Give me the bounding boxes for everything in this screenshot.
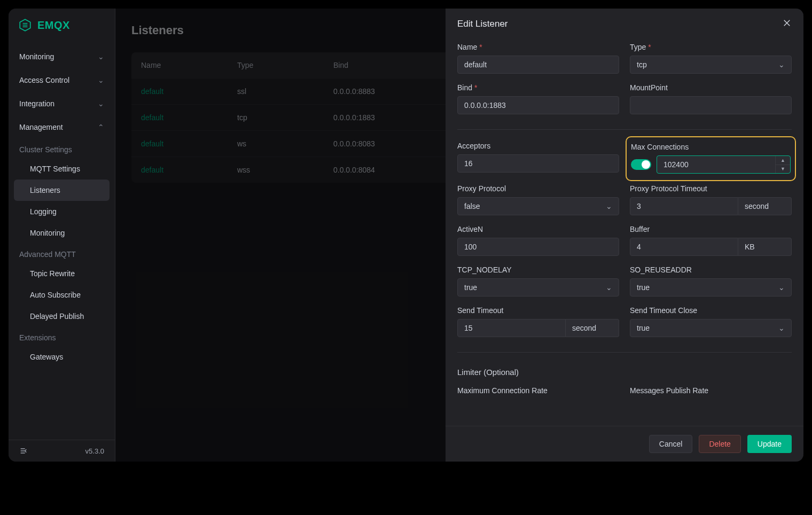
acceptors-input[interactable] bbox=[457, 154, 619, 173]
update-button[interactable]: Update bbox=[747, 435, 792, 453]
delete-button[interactable]: Delete bbox=[699, 435, 740, 453]
msg-publish-rate-label: Messages Publish Rate bbox=[630, 386, 792, 395]
type-label: Type bbox=[630, 43, 792, 51]
chevron-down-icon: ⌄ bbox=[778, 60, 785, 69]
tcp-nodelay-label: TCP_NODELAY bbox=[457, 266, 619, 274]
buffer-label: Buffer bbox=[630, 225, 792, 233]
sidebar: EMQX Monitoring ⌄ Access Control ⌄ Integ… bbox=[9, 9, 115, 462]
sidebar-item-monitoring[interactable]: Monitoring ⌄ bbox=[9, 45, 115, 68]
sidebar-label: Access Control bbox=[19, 76, 69, 84]
version-label: v5.3.0 bbox=[85, 447, 104, 455]
chevron-down-icon: ⌄ bbox=[606, 202, 612, 210]
field-max-connections: Max Connections ▲ ▼ bbox=[626, 136, 796, 181]
sidebar-item-topic-rewrite[interactable]: Topic Rewrite bbox=[9, 263, 115, 284]
send-timeout-close-value: true bbox=[637, 324, 650, 332]
field-tcp-nodelay: TCP_NODELAY true ⌄ bbox=[457, 266, 619, 296]
field-buffer: Buffer KB bbox=[630, 225, 792, 256]
so-reuseaddr-select[interactable]: true ⌄ bbox=[630, 278, 792, 296]
divider bbox=[457, 129, 792, 130]
field-send-timeout: Send Timeout second bbox=[457, 306, 619, 337]
drawer-header: Edit Listener bbox=[446, 9, 803, 40]
field-so-reuseaddr: SO_REUSEADDR true ⌄ bbox=[630, 266, 792, 296]
tcp-nodelay-value: true bbox=[464, 283, 477, 292]
drawer-footer: Cancel Delete Update bbox=[446, 426, 803, 462]
mountpoint-input[interactable] bbox=[630, 96, 792, 114]
proxy-protocol-value: false bbox=[464, 202, 480, 210]
activen-label: ActiveN bbox=[457, 225, 619, 233]
buffer-unit[interactable]: KB bbox=[738, 238, 792, 256]
send-timeout-unit[interactable]: second bbox=[566, 319, 619, 337]
sidebar-section-advanced-mqtt: Advanced MQTT bbox=[9, 244, 115, 263]
sidebar-item-management[interactable]: Management ⌃ bbox=[9, 115, 115, 139]
max-conn-rate-label: Maximum Connection Rate bbox=[457, 386, 619, 395]
activen-input[interactable] bbox=[457, 238, 619, 256]
sidebar-item-gateways[interactable]: Gateways bbox=[9, 346, 115, 368]
buffer-input[interactable] bbox=[630, 238, 738, 256]
close-icon[interactable] bbox=[782, 18, 792, 30]
chevron-down-icon: ⌄ bbox=[98, 99, 104, 108]
spinner-down-icon[interactable]: ▼ bbox=[776, 165, 790, 174]
proxy-timeout-unit[interactable]: second bbox=[738, 197, 792, 215]
chevron-up-icon: ⌃ bbox=[98, 123, 104, 131]
drawer-body: Name Type tcp ⌄ Bind MountPoint Accept bbox=[446, 40, 803, 426]
collapse-sidebar-icon[interactable] bbox=[19, 447, 28, 455]
cancel-button[interactable]: Cancel bbox=[649, 435, 693, 453]
field-activen: ActiveN bbox=[457, 225, 619, 256]
acceptors-label: Acceptors bbox=[457, 142, 619, 150]
logo: EMQX bbox=[9, 9, 115, 40]
sidebar-label: Management bbox=[19, 123, 63, 131]
so-reuseaddr-value: true bbox=[637, 283, 650, 292]
chevron-down-icon: ⌄ bbox=[778, 324, 785, 332]
sidebar-label: Monitoring bbox=[19, 52, 54, 61]
name-label: Name bbox=[457, 43, 619, 51]
field-bind: Bind bbox=[457, 83, 619, 114]
sidebar-footer: v5.3.0 bbox=[9, 440, 115, 462]
chevron-down-icon: ⌄ bbox=[98, 76, 104, 84]
chevron-down-icon: ⌄ bbox=[98, 52, 104, 61]
send-timeout-input[interactable] bbox=[457, 319, 566, 337]
field-send-timeout-close: Send Timeout Close true ⌄ bbox=[630, 306, 792, 337]
send-timeout-label: Send Timeout bbox=[457, 306, 619, 315]
sidebar-item-integration[interactable]: Integration ⌄ bbox=[9, 92, 115, 115]
maxconn-toggle[interactable] bbox=[631, 159, 651, 170]
spinner-up-icon[interactable]: ▲ bbox=[776, 156, 790, 165]
sidebar-section-cluster-settings: Cluster Settings bbox=[9, 139, 115, 158]
drawer-title: Edit Listener bbox=[457, 19, 508, 29]
field-type: Type tcp ⌄ bbox=[630, 43, 792, 74]
sidebar-item-mqtt-settings[interactable]: MQTT Settings bbox=[9, 158, 115, 180]
chevron-down-icon: ⌄ bbox=[606, 283, 612, 292]
chevron-down-icon: ⌄ bbox=[778, 283, 785, 292]
name-input[interactable] bbox=[457, 56, 619, 74]
type-select[interactable]: tcp ⌄ bbox=[630, 56, 792, 74]
sidebar-item-monitoring-sub[interactable]: Monitoring bbox=[9, 222, 115, 244]
proxy-timeout-input[interactable] bbox=[630, 197, 738, 215]
sidebar-item-listeners[interactable]: Listeners bbox=[14, 180, 110, 201]
limiter-section-title: Limiter (Optional) bbox=[457, 368, 792, 377]
field-max-conn-rate: Maximum Connection Rate bbox=[457, 386, 619, 395]
sidebar-item-auto-subscribe[interactable]: Auto Subscribe bbox=[9, 284, 115, 306]
proxy-protocol-select[interactable]: false ⌄ bbox=[457, 197, 619, 215]
sidebar-item-logging[interactable]: Logging bbox=[9, 201, 115, 222]
brand-logo-icon bbox=[18, 18, 32, 32]
field-mountpoint: MountPoint bbox=[630, 83, 792, 114]
maxconn-input[interactable] bbox=[657, 155, 791, 174]
sidebar-label: Integration bbox=[19, 99, 54, 108]
field-proxy-timeout: Proxy Protocol Timeout second bbox=[630, 184, 792, 215]
field-acceptors: Acceptors bbox=[457, 142, 619, 175]
field-name: Name bbox=[457, 43, 619, 74]
bind-label: Bind bbox=[457, 83, 619, 92]
send-timeout-close-label: Send Timeout Close bbox=[630, 306, 792, 315]
sidebar-item-delayed-publish[interactable]: Delayed Publish bbox=[9, 306, 115, 327]
mountpoint-label: MountPoint bbox=[630, 83, 792, 92]
send-timeout-close-select[interactable]: true ⌄ bbox=[630, 319, 792, 337]
proxy-protocol-label: Proxy Protocol bbox=[457, 184, 619, 193]
sidebar-section-extensions: Extensions bbox=[9, 327, 115, 346]
divider bbox=[457, 352, 792, 353]
so-reuseaddr-label: SO_REUSEADDR bbox=[630, 266, 792, 274]
bind-input[interactable] bbox=[457, 96, 619, 114]
sidebar-item-access-control[interactable]: Access Control ⌄ bbox=[9, 68, 115, 92]
tcp-nodelay-select[interactable]: true ⌄ bbox=[457, 278, 619, 296]
type-value: tcp bbox=[637, 60, 647, 69]
field-msg-publish-rate: Messages Publish Rate bbox=[630, 386, 792, 395]
number-spinner: ▲ ▼ bbox=[775, 156, 790, 173]
